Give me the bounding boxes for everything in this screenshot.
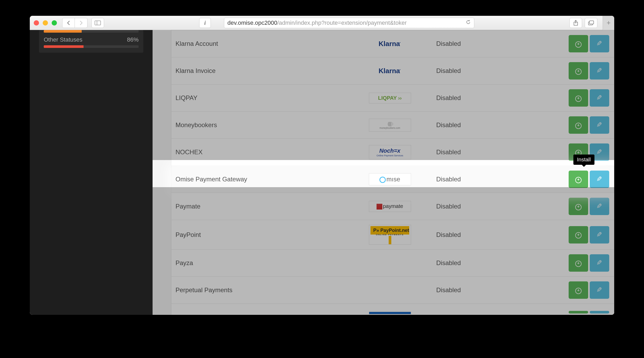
install-button[interactable] [569, 281, 588, 299]
payment-logo: Klarna [348, 30, 432, 57]
edit-button[interactable] [590, 62, 609, 79]
plus-circle-icon [575, 231, 582, 238]
edit-button[interactable] [590, 35, 609, 52]
payment-status: Disabled [432, 57, 472, 84]
payment-sort-order [472, 166, 524, 193]
payment-status: Disabled [432, 139, 472, 166]
install-button[interactable] [569, 311, 588, 314]
window-minimize-button[interactable] [43, 20, 48, 26]
edit-button[interactable] [590, 281, 609, 299]
payment-actions [524, 30, 614, 57]
payment-status: Disabled [432, 166, 472, 193]
payment-logo: Klarna [348, 57, 432, 84]
status-progress-0 [44, 30, 139, 33]
edit-button[interactable] [590, 198, 609, 215]
admin-sidebar: Other Statuses 86% [30, 30, 153, 315]
payment-actions [524, 84, 614, 112]
payment-status: Disabled [432, 30, 472, 57]
browser-titlebar: i dev.omise.opc2000/admin/index.php?rout… [30, 16, 614, 30]
payment-extensions-table: Klarna AccountKlarnaDisabledKlarna Invoi… [171, 30, 614, 315]
payment-sort-order [472, 30, 524, 57]
plus-circle-icon [575, 259, 582, 267]
toolbar-right: + [569, 16, 610, 30]
window-maximize-button[interactable] [52, 20, 57, 26]
status-row-1: Other Statuses 86% [44, 33, 139, 45]
pencil-icon [596, 176, 603, 182]
url-text: dev.omise.opc2000/admin/index.php?route=… [227, 19, 407, 26]
payment-status: Disabled [432, 84, 472, 112]
payment-name: Klarna Account [171, 30, 348, 57]
payment-logo: ((((((omoneybookers.com [348, 112, 432, 139]
payment-sort-order [472, 277, 524, 304]
svg-rect-5 [589, 21, 594, 24]
payment-sort-order [472, 84, 524, 112]
nav-forward-button[interactable] [75, 18, 87, 28]
edit-button[interactable] [590, 171, 609, 188]
payment-logo: Noch=xOnline Payment Services [348, 139, 432, 166]
show-tabs-button[interactable] [585, 18, 597, 28]
edit-button[interactable] [590, 116, 609, 134]
table-row: PayzaDisabled [171, 250, 614, 277]
reload-button[interactable] [466, 19, 471, 26]
pencil-icon [596, 149, 603, 155]
install-button[interactable] [569, 62, 588, 79]
table-row [171, 304, 614, 315]
payment-logo: mıse [348, 166, 432, 193]
main-content: Klarna AccountKlarnaDisabledKlarna Invoi… [153, 30, 614, 315]
edit-button[interactable] [590, 311, 609, 314]
payment-sort-order [472, 57, 524, 84]
payment-status: Disabled [432, 220, 472, 250]
reader-button[interactable]: i [199, 18, 211, 28]
payment-sort-order [472, 112, 524, 139]
table-row: LIQPAYLIQPAY ››Disabled [171, 84, 614, 112]
share-button[interactable] [569, 18, 582, 28]
payment-status: Disabled [432, 112, 472, 139]
pencil-icon [596, 287, 603, 293]
payment-status: Disabled [432, 277, 472, 304]
payment-logo: P» PayPoint.netONLINE PAYMENTS [348, 220, 432, 250]
plus-circle-icon [575, 286, 582, 294]
status-progress-1 [44, 45, 139, 48]
pencil-icon [596, 260, 603, 266]
status-label: Other Statuses [44, 36, 82, 43]
status-percent: 86% [127, 36, 139, 43]
pencil-icon [596, 203, 603, 210]
new-tab-button[interactable]: + [603, 16, 614, 30]
pencil-icon [596, 232, 603, 238]
plus-circle-icon [575, 176, 582, 183]
pencil-icon [596, 122, 603, 128]
window-close-button[interactable] [34, 20, 39, 26]
install-button[interactable] [569, 89, 588, 107]
table-row: Klarna AccountKlarnaDisabled [171, 30, 614, 57]
url-bar[interactable]: dev.omise.opc2000/admin/index.php?route=… [224, 18, 474, 28]
install-button[interactable] [569, 254, 588, 272]
payment-name: PayPoint [171, 220, 348, 250]
edit-button[interactable] [590, 254, 609, 272]
url-section: i dev.omise.opc2000/admin/index.php?rout… [115, 18, 559, 28]
nav-back-button[interactable] [62, 18, 75, 28]
payment-logo: paymate [348, 193, 432, 220]
payment-sort-order [472, 220, 524, 250]
payment-name: Paymate [171, 193, 348, 220]
install-button[interactable] [569, 226, 588, 243]
table-row: Perpetual PaymentsDisabled [171, 277, 614, 304]
table-row: Klarna InvoiceKlarnaDisabled [171, 57, 614, 84]
install-button[interactable] [569, 35, 588, 52]
edit-button[interactable] [590, 89, 609, 107]
install-button[interactable] [569, 171, 588, 188]
install-button[interactable] [569, 116, 588, 134]
payment-sort-order [472, 193, 524, 220]
payment-actions [524, 193, 614, 220]
sidebar-toggle-button[interactable] [91, 18, 104, 28]
table-row: NOCHEXNoch=xOnline Payment ServicesDisab… [171, 139, 614, 166]
install-tooltip: Install [573, 155, 594, 165]
edit-button[interactable] [590, 226, 609, 243]
payment-name: Moneybookers [171, 112, 348, 139]
pencil-icon [596, 68, 603, 74]
install-button[interactable] [569, 198, 588, 215]
payment-sort-order [472, 139, 524, 166]
svg-rect-0 [95, 21, 101, 25]
payment-logo [348, 277, 432, 304]
payment-logo: LIQPAY ›› [348, 84, 432, 112]
table-row: PaymatepaymateDisabled [171, 193, 614, 220]
